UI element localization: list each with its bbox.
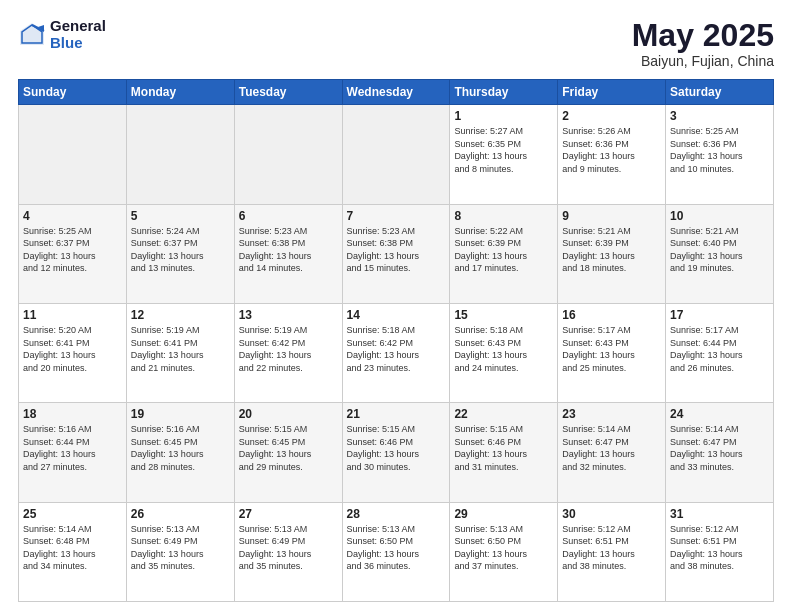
day-number: 15 [454, 308, 553, 322]
day-number: 28 [347, 507, 446, 521]
day-number: 27 [239, 507, 338, 521]
table-row: 23Sunrise: 5:14 AM Sunset: 6:47 PM Dayli… [558, 403, 666, 502]
table-row: 15Sunrise: 5:18 AM Sunset: 6:43 PM Dayli… [450, 303, 558, 402]
table-row [342, 105, 450, 204]
table-row: 27Sunrise: 5:13 AM Sunset: 6:49 PM Dayli… [234, 502, 342, 601]
logo: General Blue [18, 18, 106, 51]
day-info: Sunrise: 5:26 AM Sunset: 6:36 PM Dayligh… [562, 125, 661, 175]
day-number: 1 [454, 109, 553, 123]
table-row: 26Sunrise: 5:13 AM Sunset: 6:49 PM Dayli… [126, 502, 234, 601]
day-number: 2 [562, 109, 661, 123]
day-number: 26 [131, 507, 230, 521]
header: General Blue May 2025 Baiyun, Fujian, Ch… [18, 18, 774, 69]
table-row: 5Sunrise: 5:24 AM Sunset: 6:37 PM Daylig… [126, 204, 234, 303]
page: General Blue May 2025 Baiyun, Fujian, Ch… [0, 0, 792, 612]
header-saturday: Saturday [666, 80, 774, 105]
day-info: Sunrise: 5:18 AM Sunset: 6:42 PM Dayligh… [347, 324, 446, 374]
day-info: Sunrise: 5:16 AM Sunset: 6:45 PM Dayligh… [131, 423, 230, 473]
calendar-week-row: 1Sunrise: 5:27 AM Sunset: 6:35 PM Daylig… [19, 105, 774, 204]
table-row: 21Sunrise: 5:15 AM Sunset: 6:46 PM Dayli… [342, 403, 450, 502]
day-info: Sunrise: 5:19 AM Sunset: 6:42 PM Dayligh… [239, 324, 338, 374]
day-info: Sunrise: 5:13 AM Sunset: 6:49 PM Dayligh… [131, 523, 230, 573]
logo-general-text: General [50, 18, 106, 35]
table-row: 11Sunrise: 5:20 AM Sunset: 6:41 PM Dayli… [19, 303, 127, 402]
table-row: 25Sunrise: 5:14 AM Sunset: 6:48 PM Dayli… [19, 502, 127, 601]
day-info: Sunrise: 5:19 AM Sunset: 6:41 PM Dayligh… [131, 324, 230, 374]
location-subtitle: Baiyun, Fujian, China [632, 53, 774, 69]
day-info: Sunrise: 5:24 AM Sunset: 6:37 PM Dayligh… [131, 225, 230, 275]
table-row: 31Sunrise: 5:12 AM Sunset: 6:51 PM Dayli… [666, 502, 774, 601]
table-row: 12Sunrise: 5:19 AM Sunset: 6:41 PM Dayli… [126, 303, 234, 402]
logo-icon [18, 21, 46, 49]
table-row: 20Sunrise: 5:15 AM Sunset: 6:45 PM Dayli… [234, 403, 342, 502]
logo-blue-text: Blue [50, 35, 106, 52]
table-row [234, 105, 342, 204]
day-info: Sunrise: 5:15 AM Sunset: 6:46 PM Dayligh… [454, 423, 553, 473]
day-number: 5 [131, 209, 230, 223]
day-number: 10 [670, 209, 769, 223]
header-friday: Friday [558, 80, 666, 105]
table-row: 2Sunrise: 5:26 AM Sunset: 6:36 PM Daylig… [558, 105, 666, 204]
day-number: 30 [562, 507, 661, 521]
table-row [19, 105, 127, 204]
day-info: Sunrise: 5:22 AM Sunset: 6:39 PM Dayligh… [454, 225, 553, 275]
month-title: May 2025 [632, 18, 774, 53]
table-row: 10Sunrise: 5:21 AM Sunset: 6:40 PM Dayli… [666, 204, 774, 303]
table-row: 29Sunrise: 5:13 AM Sunset: 6:50 PM Dayli… [450, 502, 558, 601]
day-info: Sunrise: 5:15 AM Sunset: 6:46 PM Dayligh… [347, 423, 446, 473]
table-row: 17Sunrise: 5:17 AM Sunset: 6:44 PM Dayli… [666, 303, 774, 402]
day-number: 9 [562, 209, 661, 223]
day-number: 23 [562, 407, 661, 421]
logo-text: General Blue [50, 18, 106, 51]
table-row: 30Sunrise: 5:12 AM Sunset: 6:51 PM Dayli… [558, 502, 666, 601]
header-wednesday: Wednesday [342, 80, 450, 105]
day-number: 25 [23, 507, 122, 521]
day-info: Sunrise: 5:13 AM Sunset: 6:50 PM Dayligh… [454, 523, 553, 573]
day-info: Sunrise: 5:14 AM Sunset: 6:47 PM Dayligh… [562, 423, 661, 473]
table-row: 13Sunrise: 5:19 AM Sunset: 6:42 PM Dayli… [234, 303, 342, 402]
day-info: Sunrise: 5:13 AM Sunset: 6:50 PM Dayligh… [347, 523, 446, 573]
day-info: Sunrise: 5:25 AM Sunset: 6:37 PM Dayligh… [23, 225, 122, 275]
table-row [126, 105, 234, 204]
table-row: 18Sunrise: 5:16 AM Sunset: 6:44 PM Dayli… [19, 403, 127, 502]
day-number: 12 [131, 308, 230, 322]
day-info: Sunrise: 5:14 AM Sunset: 6:48 PM Dayligh… [23, 523, 122, 573]
day-number: 8 [454, 209, 553, 223]
table-row: 22Sunrise: 5:15 AM Sunset: 6:46 PM Dayli… [450, 403, 558, 502]
day-number: 18 [23, 407, 122, 421]
day-info: Sunrise: 5:12 AM Sunset: 6:51 PM Dayligh… [562, 523, 661, 573]
table-row: 3Sunrise: 5:25 AM Sunset: 6:36 PM Daylig… [666, 105, 774, 204]
header-tuesday: Tuesday [234, 80, 342, 105]
day-number: 29 [454, 507, 553, 521]
table-row: 4Sunrise: 5:25 AM Sunset: 6:37 PM Daylig… [19, 204, 127, 303]
table-row: 6Sunrise: 5:23 AM Sunset: 6:38 PM Daylig… [234, 204, 342, 303]
day-number: 11 [23, 308, 122, 322]
table-row: 16Sunrise: 5:17 AM Sunset: 6:43 PM Dayli… [558, 303, 666, 402]
calendar-header-row: Sunday Monday Tuesday Wednesday Thursday… [19, 80, 774, 105]
day-number: 21 [347, 407, 446, 421]
calendar-week-row: 25Sunrise: 5:14 AM Sunset: 6:48 PM Dayli… [19, 502, 774, 601]
table-row: 24Sunrise: 5:14 AM Sunset: 6:47 PM Dayli… [666, 403, 774, 502]
table-row: 14Sunrise: 5:18 AM Sunset: 6:42 PM Dayli… [342, 303, 450, 402]
day-number: 3 [670, 109, 769, 123]
day-info: Sunrise: 5:17 AM Sunset: 6:44 PM Dayligh… [670, 324, 769, 374]
day-number: 17 [670, 308, 769, 322]
day-number: 19 [131, 407, 230, 421]
calendar-week-row: 18Sunrise: 5:16 AM Sunset: 6:44 PM Dayli… [19, 403, 774, 502]
day-number: 24 [670, 407, 769, 421]
table-row: 9Sunrise: 5:21 AM Sunset: 6:39 PM Daylig… [558, 204, 666, 303]
day-info: Sunrise: 5:14 AM Sunset: 6:47 PM Dayligh… [670, 423, 769, 473]
day-info: Sunrise: 5:17 AM Sunset: 6:43 PM Dayligh… [562, 324, 661, 374]
table-row: 1Sunrise: 5:27 AM Sunset: 6:35 PM Daylig… [450, 105, 558, 204]
day-info: Sunrise: 5:21 AM Sunset: 6:39 PM Dayligh… [562, 225, 661, 275]
day-number: 13 [239, 308, 338, 322]
day-info: Sunrise: 5:13 AM Sunset: 6:49 PM Dayligh… [239, 523, 338, 573]
day-info: Sunrise: 5:27 AM Sunset: 6:35 PM Dayligh… [454, 125, 553, 175]
day-number: 7 [347, 209, 446, 223]
header-thursday: Thursday [450, 80, 558, 105]
day-number: 16 [562, 308, 661, 322]
calendar-table: Sunday Monday Tuesday Wednesday Thursday… [18, 79, 774, 602]
calendar-week-row: 11Sunrise: 5:20 AM Sunset: 6:41 PM Dayli… [19, 303, 774, 402]
header-monday: Monday [126, 80, 234, 105]
day-info: Sunrise: 5:18 AM Sunset: 6:43 PM Dayligh… [454, 324, 553, 374]
